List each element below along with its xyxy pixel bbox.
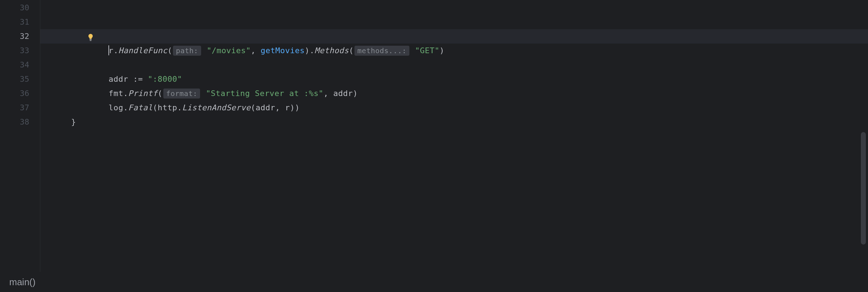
code-line-34[interactable]: addr := ":8000" — [42, 58, 868, 72]
code-string: "Starting Server at :%s" — [206, 89, 323, 98]
code-line-30[interactable] — [42, 1, 868, 15]
code-comma: , — [251, 46, 261, 55]
breadcrumb[interactable]: main() — [0, 272, 868, 292]
line-number[interactable]: 35 — [0, 72, 29, 86]
scrollbar-thumb[interactable] — [861, 132, 866, 245]
code-text: log. — [89, 103, 128, 112]
code-line-38[interactable] — [42, 115, 868, 129]
code-paren: ( — [158, 89, 163, 98]
line-number[interactable]: 33 — [0, 44, 29, 58]
code-string: "/movies" — [207, 46, 251, 55]
code-area[interactable]: r.HandleFunc(path: "/movies", getMovies)… — [40, 0, 868, 272]
editor-container: 30 31 32 33 34 35 36 37 38 r.HandleFunc(… — [0, 0, 868, 272]
code-text: addr — [89, 75, 133, 84]
code-space — [143, 75, 148, 84]
svg-rect-1 — [90, 40, 91, 41]
line-gutter: 30 31 32 33 34 35 36 37 38 — [0, 0, 40, 272]
code-string: ":8000" — [148, 75, 182, 84]
code-space — [410, 46, 415, 55]
code-method: Methods — [315, 46, 349, 55]
code-paren: ( — [349, 46, 354, 55]
line-number[interactable]: 38 — [0, 115, 29, 129]
code-method: HandleFunc — [118, 46, 167, 55]
lightbulb-icon[interactable] — [47, 18, 56, 26]
line-number[interactable]: 30 — [0, 1, 29, 15]
code-text: , addr) — [323, 89, 358, 98]
code-paren: ( — [167, 46, 172, 55]
code-space — [202, 46, 207, 55]
code-function: getMovies — [261, 46, 305, 55]
parameter-hint: path: — [173, 46, 201, 56]
line-number[interactable]: 36 — [0, 86, 29, 101]
code-line-32[interactable] — [42, 29, 868, 44]
code-method: Printf — [128, 89, 157, 98]
code-paren: ) — [439, 46, 444, 55]
code-text: fmt. — [89, 89, 128, 98]
code-string: "GET" — [415, 46, 440, 55]
line-number-active[interactable]: 32 — [0, 29, 29, 44]
code-indent — [89, 46, 108, 55]
code-space — [201, 89, 206, 98]
parameter-hint: methods...: — [354, 46, 409, 56]
code-method: Fatal — [128, 103, 153, 112]
line-number[interactable]: 37 — [0, 101, 29, 115]
breadcrumb-item[interactable]: main() — [9, 277, 36, 287]
code-method: ListenAndServe — [182, 103, 251, 112]
parameter-hint: format: — [163, 89, 200, 99]
code-text: (http. — [153, 103, 182, 112]
code-text: (addr, r)) — [251, 103, 300, 112]
code-paren: ). — [305, 46, 315, 55]
code-brace: } — [71, 117, 76, 126]
code-operator: := — [133, 75, 143, 84]
text-cursor — [108, 45, 109, 55]
svg-rect-0 — [90, 39, 92, 40]
line-number[interactable]: 31 — [0, 15, 29, 29]
line-number[interactable]: 34 — [0, 58, 29, 72]
code-line-31[interactable]: r.HandleFunc(path: "/movies", getMovies)… — [42, 15, 868, 29]
scrollbar-track[interactable] — [861, 0, 866, 272]
